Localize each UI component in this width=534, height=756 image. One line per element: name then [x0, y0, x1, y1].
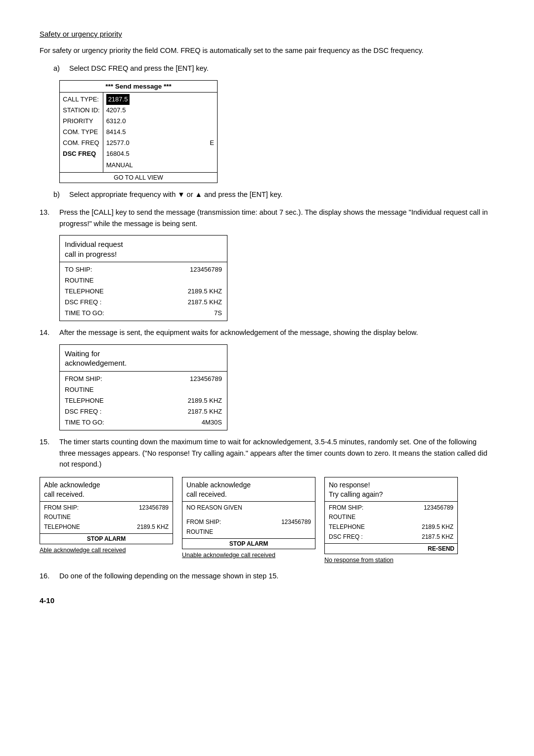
- able-ack-label-1: ROUTINE: [44, 513, 71, 522]
- section-title: Safety or urgency priority: [40, 30, 494, 38]
- waiting-row-1: ROUTINE: [65, 384, 222, 395]
- unable-ack-header: Unable acknowledge call received.: [182, 477, 315, 502]
- step-b-text: Select appropriate frequency with ▼ or ▲…: [69, 189, 282, 200]
- no-response-value-0: 123456789: [424, 503, 453, 513]
- progress-row-3: DSC FREQ : 2187.5 KHZ: [65, 297, 222, 308]
- no-response-row-2: TELEPHONE 2189.5 KHZ: [329, 522, 453, 532]
- no-response-row-1: ROUTINE: [329, 513, 453, 522]
- able-ack-label-2: TELEPHONE: [44, 522, 80, 532]
- unable-ack-footer: STOP ALARM: [182, 538, 315, 549]
- step-14-text: After the message is sent, the equipment…: [59, 327, 418, 338]
- step-15-num: 15.: [40, 436, 53, 470]
- waiting-row-0: FROM SHIP: 123456789: [65, 374, 222, 384]
- unable-ack-row-0: NO REASON GIVEN: [186, 503, 311, 513]
- step-a: a) Select DSC FREQ and press the [ENT] k…: [40, 63, 494, 74]
- step-b: b) Select appropriate frequency with ▼ o…: [40, 189, 494, 200]
- label-dsc-freq: DSC FREQ: [63, 148, 100, 159]
- progress-value-4: 7S: [214, 308, 222, 319]
- step-13-num: 13.: [40, 207, 53, 229]
- progress-value-2: 2189.5 KHZ: [188, 286, 222, 297]
- waiting-box-header: Waiting for acknowledgement.: [60, 345, 227, 372]
- unable-acknowledge-box: Unable acknowledge call received. NO REA…: [182, 477, 315, 549]
- response-col-2: Unable acknowledge call received. NO REA…: [182, 477, 315, 559]
- label-call-type: CALL TYPE:: [63, 94, 100, 105]
- able-ack-row-0: FROM SHIP: 123456789: [44, 503, 169, 513]
- progress-label-2: TELEPHONE: [65, 286, 104, 297]
- send-message-box: *** Send message *** CALL TYPE: STATION …: [59, 80, 218, 183]
- response-col-1: Able acknowledge call received. FROM SHI…: [40, 477, 173, 554]
- no-response-footer: RE-SEND: [325, 543, 457, 554]
- step-16-num: 16.: [40, 570, 53, 581]
- able-ack-line1: Able acknowledge: [44, 481, 100, 489]
- progress-label-3: DSC FREQ :: [65, 297, 101, 308]
- freq-manual: MANUAL: [106, 160, 214, 171]
- step-a-text: Select DSC FREQ and press the [ENT] key.: [69, 63, 209, 74]
- unable-ack-row-2: FROM SHIP: 123456789: [186, 518, 311, 527]
- label-station-id: STATION ID:: [63, 105, 100, 116]
- no-response-caption: No response from station: [324, 557, 394, 564]
- progress-label-4: TIME TO GO:: [65, 308, 104, 319]
- page-number: 4-10: [40, 596, 494, 605]
- step-a-label: a): [53, 63, 63, 74]
- able-ack-value-0: 123456789: [139, 503, 169, 513]
- able-ack-label-0: FROM SHIP:: [44, 503, 79, 513]
- no-response-label-1: ROUTINE: [329, 513, 356, 522]
- unable-ack-caption: Unable acknowledge call received: [182, 552, 275, 559]
- no-response-line2: Try calling again?: [329, 490, 383, 498]
- response-boxes-container: Able acknowledge call received. FROM SHI…: [40, 477, 494, 564]
- waiting-row-2: TELEPHONE 2189.5 KHZ: [65, 395, 222, 406]
- waiting-label-2: TELEPHONE: [65, 395, 104, 406]
- no-response-line1: No response!: [329, 481, 370, 489]
- send-message-labels: CALL TYPE: STATION ID: PRIORITY COM. TYP…: [60, 93, 103, 172]
- freq-12577: 12577.0E: [106, 138, 214, 148]
- able-ack-line2: call received.: [44, 490, 85, 498]
- waiting-label-3: DSC FREQ :: [65, 406, 101, 417]
- waiting-value-2: 2189.5 KHZ: [188, 395, 222, 406]
- step-b-label: b): [53, 189, 63, 200]
- progress-row-0: TO SHIP: 123456789: [65, 264, 222, 275]
- waiting-line1: Waiting for: [65, 349, 100, 358]
- unable-ack-value-2: 123456789: [281, 518, 311, 527]
- progress-line1: Individual request: [65, 240, 123, 248]
- unable-ack-label-2: FROM SHIP:: [186, 518, 221, 527]
- able-ack-row-1: ROUTINE: [44, 513, 169, 522]
- no-response-label-0: FROM SHIP:: [329, 503, 363, 513]
- freq-6312: 6312.0: [106, 116, 214, 127]
- send-message-header: *** Send message ***: [60, 81, 217, 93]
- unable-ack-body: NO REASON GIVEN FROM SHIP: 123456789 ROU…: [182, 502, 315, 538]
- able-acknowledge-box: Able acknowledge call received. FROM SHI…: [40, 477, 173, 544]
- freq-16804: 16804.5: [106, 148, 214, 159]
- progress-row-4: TIME TO GO: 7S: [65, 308, 222, 319]
- no-response-value-2: 2189.5 KHZ: [422, 522, 453, 532]
- step-15-text: The timer starts counting down the maxim…: [59, 436, 494, 470]
- able-ack-footer: STOP ALARM: [40, 533, 173, 544]
- progress-row-1: ROUTINE: [65, 275, 222, 286]
- step-15: 15. The timer starts counting down the m…: [40, 436, 494, 470]
- unable-ack-label-0: NO REASON GIVEN: [186, 503, 242, 513]
- unable-ack-label-3: ROUTINE: [186, 527, 213, 537]
- waiting-value-4: 4M30S: [202, 417, 222, 428]
- waiting-box: Waiting for acknowledgement. FROM SHIP: …: [59, 344, 227, 430]
- no-response-label-3: DSC FREQ :: [329, 532, 363, 542]
- label-priority: PRIORITY: [63, 116, 100, 127]
- no-response-body: FROM SHIP: 123456789 ROUTINE TELEPHONE 2…: [325, 502, 457, 543]
- unable-ack-line1: Unable acknowledge: [186, 481, 251, 489]
- unable-ack-row-3: ROUTINE: [186, 527, 311, 537]
- progress-box-header: Individual request call in progress!: [60, 236, 227, 262]
- progress-label-1: ROUTINE: [65, 275, 94, 286]
- progress-box: Individual request call in progress! TO …: [59, 235, 227, 321]
- label-com-freq: COM. FREQ: [63, 138, 100, 148]
- para1: For safety or urgency priority the field…: [40, 45, 494, 56]
- send-message-footer: GO TO ALL VIEW: [60, 172, 217, 183]
- step-13-text: Press the [CALL] key to send the message…: [59, 207, 494, 229]
- freq-4207: 4207.5: [106, 105, 214, 116]
- waiting-label-4: TIME TO GO:: [65, 417, 104, 428]
- no-response-row-3: DSC FREQ : 2187.5 KHZ: [329, 532, 453, 542]
- waiting-label-0: FROM SHIP:: [65, 374, 102, 384]
- step-14-num: 14.: [40, 327, 53, 338]
- step-14: 14. After the message is sent, the equip…: [40, 327, 494, 338]
- no-response-row-0: FROM SHIP: 123456789: [329, 503, 453, 513]
- response-col-3: No response! Try calling again? FROM SHI…: [324, 477, 458, 564]
- no-response-header: No response! Try calling again?: [325, 477, 457, 502]
- waiting-row-3: DSC FREQ : 2187.5 KHZ: [65, 406, 222, 417]
